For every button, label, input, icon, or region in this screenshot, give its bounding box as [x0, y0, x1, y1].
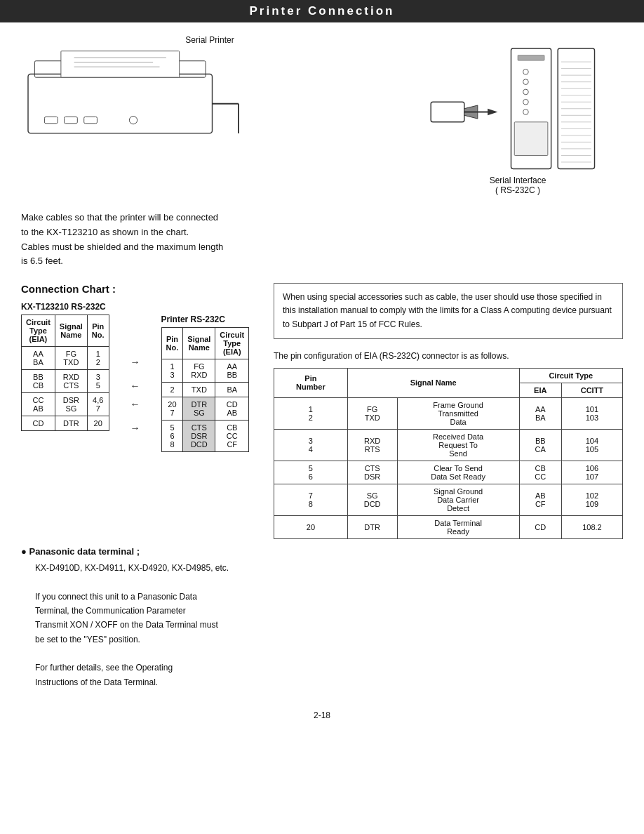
- page-title: Printer Connection: [249, 4, 394, 18]
- svg-rect-12: [431, 102, 464, 122]
- pin-col-eia: EIA: [519, 383, 561, 397]
- desc-line4: is 6.5 feet.: [21, 254, 623, 269]
- table-row: 2 TXD BA: [161, 383, 249, 397]
- svg-rect-23: [514, 122, 548, 156]
- printer-col-circuit: CircuitType(EIA): [215, 328, 249, 359]
- kx-col-pin: PinNo.: [87, 315, 109, 347]
- pin-row-5: 20 DTR Data TerminalReady CD 108.2: [274, 515, 623, 538]
- description-text: Make cables so that the printer will be …: [0, 205, 644, 269]
- connection-tables: CircuitType(EIA) SignalName PinNo. AABA …: [21, 315, 260, 452]
- printer-label: Printer RS-232C: [161, 315, 250, 324]
- svg-point-9: [129, 117, 137, 124]
- printer-col-signal: SignalName: [183, 328, 215, 359]
- panasonic-text: KX-D4910D, KX-D4911, KX-D4920, KX-D4985,…: [21, 561, 260, 690]
- table-row: CCAB DSRSG 4,67: [22, 393, 109, 416]
- pin-config-intro: The pin configuration of EIA (RS-232C) c…: [274, 350, 623, 362]
- desc-line2: to the KX-T123210 as shown in the chart.: [21, 225, 623, 240]
- panasonic-text3: Transmit XON / XOFF on the Data Terminal…: [35, 618, 260, 632]
- bottom-section: ● Panasonic data terminal ; KX-D4910D, K…: [0, 546, 644, 704]
- connection-chart-title: Connection Chart :: [21, 283, 260, 295]
- svg-rect-17: [518, 55, 544, 61]
- panasonic-text5: For further details, see the Operating: [35, 661, 260, 675]
- serial-printer-label: Serial Printer: [21, 35, 398, 45]
- kx-table: CircuitType(EIA) SignalName PinNo. AABA …: [21, 315, 109, 431]
- computer-diagram: [420, 35, 616, 176]
- svg-rect-7: [65, 117, 78, 123]
- right-diagram: Serial Interface ( RS-232C ): [412, 35, 623, 198]
- pin-config-table: PinNumber Signal Name Circuit Type EIA C…: [274, 368, 623, 539]
- info-box: When using special accessories such as c…: [274, 283, 623, 339]
- kx-label: KX-T123210 RS-232C: [21, 302, 260, 312]
- arrow-right-4: →: [130, 423, 140, 434]
- pin-col-number: PinNumber: [274, 368, 348, 397]
- page-header: Printer Connection: [0, 0, 644, 22]
- printer-table-wrapper: Printer RS-232C PinNo. SignalName Circui…: [161, 315, 250, 452]
- svg-rect-6: [44, 117, 58, 123]
- table-row: CD DTR 20: [22, 416, 109, 431]
- panasonic-models: KX-D4910D, KX-D4911, KX-D4920, KX-D4985,…: [35, 561, 260, 575]
- svg-rect-8: [84, 117, 98, 123]
- arrow-right-1: →: [130, 357, 140, 368]
- arrow-right-3: ←: [130, 399, 140, 410]
- pin-row-3: 56 CTSDSR Clear To SendData Set Ready CB…: [274, 461, 623, 484]
- svg-rect-0: [28, 74, 213, 133]
- kx-col-circuit: CircuitType(EIA): [22, 315, 55, 347]
- serial-interface-label: Serial Interface ( RS-232C ): [490, 176, 546, 195]
- table-row: AABA FGTXD 12: [22, 347, 109, 370]
- desc-line1: Make cables so that the printer will be …: [21, 211, 623, 225]
- connection-section: Connection Chart : KX-T123210 RS-232C Ci…: [0, 269, 644, 546]
- panasonic-text1: If you connect this unit to a Panasonic …: [35, 590, 260, 604]
- pin-col-signal-name: Signal Name: [347, 368, 519, 397]
- arrow-left-2: ←: [130, 380, 140, 392]
- panasonic-text4: be set to the "YES" position.: [35, 633, 260, 647]
- pin-col-ccitt: CCITT: [561, 383, 622, 397]
- right-connection: When using special accessories such as c…: [274, 283, 623, 539]
- printer-col-pin: PinNo.: [161, 328, 183, 359]
- kx-col-signal: SignalName: [55, 315, 87, 347]
- left-diagram: Serial Printer: [21, 35, 398, 198]
- printer-table: PinNo. SignalName CircuitType(EIA) 13 FG…: [161, 327, 250, 452]
- pin-row-2: 34 RXDRTS Received DataRequest ToSend BB…: [274, 429, 623, 461]
- left-connection: Connection Chart : KX-T123210 RS-232C Ci…: [21, 283, 260, 539]
- page: Printer Connection Serial Printer: [0, 0, 644, 834]
- bottom-right-empty: [274, 546, 623, 690]
- pin-col-circuit-type: Circuit Type: [519, 368, 622, 383]
- desc-line3: Cables must be shielded and the maximum …: [21, 240, 623, 255]
- panasonic-text2: Terminal, the Communication Parameter: [35, 604, 260, 618]
- pin-row-4: 78 SGDCD Signal GroundData CarrierDetect…: [274, 484, 623, 515]
- panasonic-title: ● Panasonic data terminal ;: [21, 546, 260, 557]
- arrows-column: → ← ← →: [130, 315, 140, 434]
- panasonic-text6: Instructions of the Data Terminal.: [35, 675, 260, 689]
- table-row: 568 CTSDSRDCD CBCCCF: [161, 421, 249, 452]
- svg-rect-2: [61, 51, 180, 78]
- panasonic-section: ● Panasonic data terminal ; KX-D4910D, K…: [21, 546, 260, 690]
- table-row: 13 FGRXD AABB: [161, 359, 249, 383]
- table-row: 207 DTRSG CDAB: [161, 397, 249, 421]
- page-number: 2-18: [0, 703, 644, 727]
- svg-marker-15: [488, 109, 497, 116]
- top-section: Serial Printer: [0, 22, 644, 205]
- info-box-text: When using special accessories such as c…: [283, 292, 612, 329]
- table-row: BBCB RXDCTS 35: [22, 370, 109, 393]
- pin-row-1: 12 FGTXD Frame GroundTransmittedData AAB…: [274, 397, 623, 429]
- printer-diagram: [21, 48, 246, 153]
